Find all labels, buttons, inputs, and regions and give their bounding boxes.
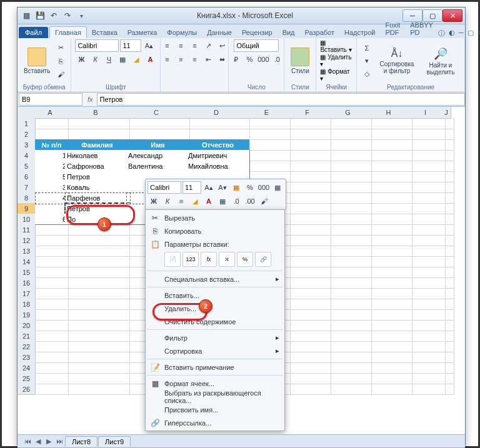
cm-copy[interactable]: ⎘Копировать [147,224,283,237]
cell-F19[interactable] [287,309,331,321]
cell-G18[interactable] [328,299,372,310]
cm-hyperlink[interactable]: 🔗Гиперссылка... [147,416,283,429]
qat-customize[interactable]: ▾ [75,9,88,22]
cell-B7[interactable]: Коваль [65,182,130,193]
cell-B4[interactable]: Николаев [65,150,130,161]
cm-clear[interactable]: Очистить содержимое [147,315,283,328]
wrap-text-button[interactable]: ↩ [216,39,228,52]
cell-H18[interactable] [368,299,412,310]
row-header-20[interactable]: 20 [18,320,36,331]
cell-F1[interactable] [287,118,331,129]
cell-I16[interactable] [409,277,446,289]
cell-H21[interactable] [368,331,412,342]
cell-H12[interactable] [368,235,412,246]
cell-F9[interactable] [287,203,331,214]
mt-format-painter[interactable]: 🖌 [258,195,270,207]
cell-A12[interactable] [35,235,69,246]
row-header-4[interactable]: 4 [18,150,36,161]
cell-I18[interactable] [409,299,446,310]
cell-A5[interactable]: 2 [35,161,69,172]
cell-G4[interactable] [328,150,372,161]
sheet-nav-next[interactable]: ▶ [44,436,54,446]
cell-J12[interactable] [442,235,454,246]
cell-A1[interactable] [35,118,69,129]
cell-B15[interactable] [65,267,130,278]
cell-F24[interactable] [287,362,331,374]
row-header-8[interactable]: 8 [18,192,36,204]
sheet-tab-1[interactable]: Лист8 [65,436,98,447]
find-select-button[interactable]: 🔎 Найти и выделить [421,46,461,77]
cell-G1[interactable] [328,118,372,129]
cell-G9[interactable] [328,203,372,214]
mt-comma[interactable]: 000 [258,181,270,194]
cell-G13[interactable] [328,246,372,257]
cell-B13[interactable] [65,246,130,257]
cell-B25[interactable] [65,373,130,384]
merge-button[interactable]: ⬌ [216,53,228,66]
cell-H20[interactable] [368,320,412,331]
col-header-C[interactable]: C [126,107,187,119]
cell-F18[interactable] [287,299,331,310]
cell-A22[interactable] [35,341,69,352]
tab-view[interactable]: Вид [278,27,300,38]
font-color-button[interactable]: A [144,53,156,66]
tab-abbyy[interactable]: ABBYY PD [405,19,438,38]
row-header-24[interactable]: 24 [18,362,36,374]
paste-opt-values[interactable]: 123 [182,252,199,267]
cell-F2[interactable] [287,129,331,140]
cell-J20[interactable] [442,320,454,331]
cell-D5[interactable]: Михайловна [186,161,250,172]
cell-H14[interactable] [368,256,412,267]
row-header-7[interactable]: 7 [18,182,36,193]
cell-I5[interactable] [409,161,446,172]
cell-G6[interactable] [328,171,372,182]
cell-J15[interactable] [442,267,454,278]
col-header-A[interactable]: A [35,107,66,119]
cell-J11[interactable] [442,224,454,236]
cell-H26[interactable] [368,384,412,395]
orientation-button[interactable]: ↗ [202,39,214,52]
cell-F25[interactable] [287,373,331,384]
cell-A10[interactable]: 6 [35,214,69,225]
cell-F14[interactable] [287,256,331,267]
cell-F17[interactable] [287,288,331,299]
cell-B21[interactable] [65,331,130,342]
cell-I19[interactable] [409,309,446,321]
sheet-nav-last[interactable]: ⏭ [54,436,64,446]
cell-A8[interactable]: 4 [35,192,69,204]
cell-I23[interactable] [409,352,446,363]
cell-F26[interactable] [287,384,331,395]
cell-B20[interactable] [65,320,130,331]
cell-B24[interactable] [65,362,130,374]
col-header-F[interactable]: F [287,107,328,119]
cell-C2[interactable] [126,129,190,140]
cell-D3[interactable]: Отчество [186,139,250,151]
borders-button[interactable]: ▦ [116,53,129,66]
copy-button[interactable]: ⎘ [54,55,67,67]
cell-J2[interactable] [442,129,454,140]
cell-A14[interactable] [35,256,69,267]
cell-H2[interactable] [368,129,412,140]
cell-B9[interactable]: Петров [65,203,130,214]
row-header-13[interactable]: 13 [18,246,36,257]
cell-I24[interactable] [409,362,446,374]
cell-J23[interactable] [442,352,454,363]
sheet-tab-2[interactable]: Лист9 [98,436,131,447]
col-header-J[interactable]: J [442,107,451,119]
cell-A16[interactable] [35,277,69,289]
cell-J25[interactable] [442,373,454,384]
cell-J18[interactable] [442,299,454,310]
cell-B12[interactable] [65,235,130,246]
cell-A23[interactable] [35,352,69,363]
mt-size-combo[interactable]: 11 [182,181,201,194]
cm-filter[interactable]: Фильтр▸ [147,331,283,344]
cell-B18[interactable] [65,299,130,310]
cell-I17[interactable] [409,288,446,299]
cell-H25[interactable] [368,373,412,384]
row-header-19[interactable]: 19 [18,309,36,321]
cell-C5[interactable]: Валентина [126,161,190,172]
cell-J4[interactable] [442,150,454,161]
worksheet-grid[interactable]: ABCDEFGHIJ 12345678910111213141516171819… [18,107,465,434]
cell-I15[interactable] [409,267,446,278]
cell-H16[interactable] [368,277,412,289]
